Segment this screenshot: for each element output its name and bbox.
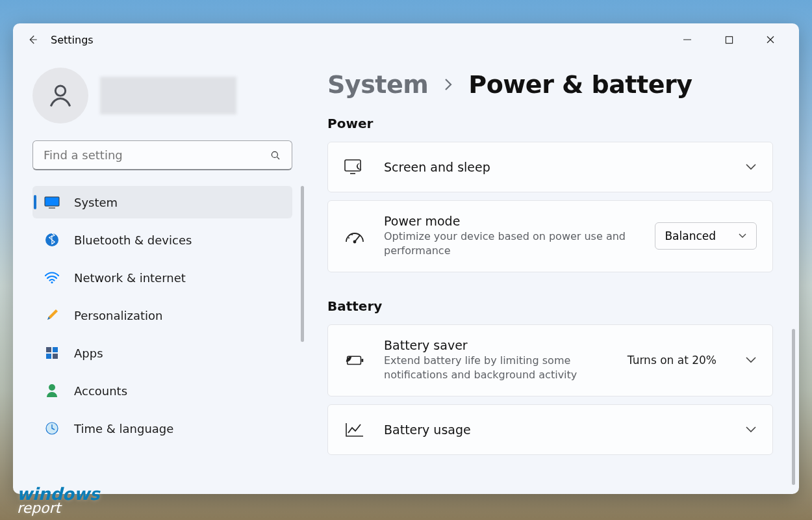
chevron-down-icon — [738, 233, 747, 239]
card-subtitle: Optimize your device based on power use … — [384, 229, 631, 259]
svg-point-22 — [348, 237, 349, 239]
battery-leaf-icon — [344, 349, 366, 371]
card-title: Battery usage — [384, 422, 727, 437]
page-title: Power & battery — [468, 70, 692, 99]
card-power-mode: Power mode Optimize your device based on… — [327, 200, 773, 272]
section-battery-title: Battery — [327, 298, 773, 314]
maximize-icon — [725, 36, 733, 44]
chart-icon — [344, 419, 366, 441]
svg-rect-18 — [345, 160, 361, 171]
sidebar-item-accounts[interactable]: Accounts — [32, 374, 292, 407]
desktop-background: Settings — [0, 0, 812, 520]
close-button[interactable] — [757, 29, 783, 50]
svg-rect-7 — [45, 197, 59, 206]
sidebar-item-label: Apps — [74, 346, 103, 360]
main-content: System Power & battery Power Screen and … — [312, 56, 799, 494]
wifi-icon — [44, 270, 60, 285]
sidebar-item-label: System — [74, 196, 118, 209]
profile-row — [32, 68, 292, 124]
section-power-title: Power — [327, 116, 773, 131]
clock-globe-icon — [44, 421, 60, 436]
bluetooth-icon — [44, 232, 60, 248]
svg-rect-1 — [726, 36, 732, 43]
chevron-right-icon — [442, 77, 454, 92]
sidebar-item-bluetooth[interactable]: Bluetooth & devices — [32, 224, 292, 256]
search-icon — [270, 150, 281, 161]
card-title: Screen and sleep — [384, 160, 727, 174]
search-input[interactable] — [44, 148, 270, 162]
watermark: windows report — [17, 487, 99, 515]
svg-rect-12 — [46, 347, 51, 352]
minimize-button[interactable] — [674, 29, 700, 50]
card-battery-usage[interactable]: Battery usage — [327, 404, 773, 455]
sidebar-item-label: Time & language — [74, 422, 173, 436]
power-mode-dropdown[interactable]: Balanced — [655, 222, 757, 250]
sidebar-item-apps[interactable]: Apps — [32, 337, 292, 369]
avatar[interactable] — [32, 68, 88, 124]
back-button[interactable] — [19, 27, 45, 53]
sidebar-item-label: Bluetooth & devices — [74, 233, 192, 247]
svg-line-6 — [277, 157, 279, 159]
main-scrollbar[interactable] — [792, 329, 795, 485]
maximize-button[interactable] — [716, 29, 742, 50]
window-title: Settings — [51, 34, 94, 46]
card-screen-sleep[interactable]: Screen and sleep — [327, 142, 773, 192]
svg-rect-15 — [53, 354, 58, 359]
card-title: Battery saver — [384, 338, 609, 352]
search-input-wrapper[interactable] — [32, 140, 292, 170]
display-icon — [44, 194, 60, 210]
watermark-line2: report — [17, 502, 99, 515]
sidebar-item-label: Accounts — [74, 384, 127, 398]
account-icon — [44, 383, 60, 398]
svg-point-11 — [51, 281, 53, 283]
dropdown-value: Balanced — [665, 229, 716, 242]
person-icon — [46, 81, 75, 110]
sidebar: System Bluetooth & devices Network & int… — [13, 56, 312, 494]
svg-rect-25 — [361, 359, 363, 362]
titlebar: Settings — [13, 23, 799, 56]
svg-point-5 — [272, 151, 277, 157]
sidebar-item-label: Network & internet — [74, 271, 186, 285]
sidebar-item-network[interactable]: Network & internet — [32, 261, 292, 294]
screen-sleep-icon — [344, 156, 366, 178]
svg-point-23 — [351, 234, 353, 235]
paintbrush-icon — [44, 307, 60, 323]
sidebar-item-personalization[interactable]: Personalization — [32, 299, 292, 332]
chevron-down-icon[interactable] — [745, 163, 757, 171]
svg-rect-13 — [53, 347, 58, 352]
svg-point-4 — [55, 86, 65, 96]
username-redacted — [100, 77, 236, 114]
card-value: Turns on at 20% — [628, 354, 717, 367]
sidebar-item-time-language[interactable]: Time & language — [32, 412, 292, 445]
card-subtitle: Extend battery life by limiting some not… — [384, 354, 609, 383]
sidebar-scrollbar[interactable] — [301, 186, 304, 342]
back-arrow-icon — [27, 34, 38, 46]
svg-point-16 — [49, 384, 55, 391]
breadcrumb-parent[interactable]: System — [327, 70, 428, 99]
breadcrumb: System Power & battery — [327, 70, 773, 99]
minimize-icon — [683, 35, 692, 44]
svg-rect-14 — [46, 354, 51, 359]
gauge-icon — [344, 225, 366, 247]
window-controls — [674, 29, 793, 50]
settings-window: Settings — [13, 23, 799, 494]
svg-line-21 — [355, 235, 360, 242]
nav-list: System Bluetooth & devices Network & int… — [32, 186, 292, 445]
chevron-down-icon[interactable] — [745, 356, 757, 364]
card-title: Power mode — [384, 214, 637, 228]
chevron-down-icon[interactable] — [745, 426, 757, 434]
close-icon — [766, 35, 775, 44]
apps-icon — [44, 345, 60, 361]
sidebar-item-label: Personalization — [74, 309, 162, 322]
card-battery-saver[interactable]: Battery saver Extend battery life by lim… — [327, 324, 773, 396]
sidebar-item-system[interactable]: System — [32, 186, 292, 218]
